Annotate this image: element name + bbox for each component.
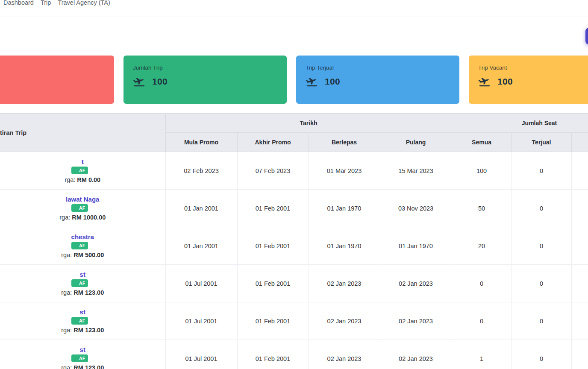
column-group-jumlah-seat: Jumlah Seat xyxy=(452,114,588,133)
stat-card: Trip Terjual 100 xyxy=(296,56,459,104)
cell-seat-semua: 50 xyxy=(452,190,512,227)
trip-details-cell: st AF rga: RM 123.00 xyxy=(0,340,165,369)
trip-name-link[interactable]: chestra xyxy=(71,233,94,240)
trip-details-cell: st AF rga: RM 123.00 xyxy=(0,302,165,340)
cell-pulang: 02 Jan 2023 xyxy=(380,265,452,302)
stat-card-label: Trip Terjual xyxy=(306,64,450,71)
price-label: rga: xyxy=(59,214,70,221)
cell-seat-terjual: 0 xyxy=(512,152,571,190)
trip-name-link[interactable]: lawat Naga xyxy=(66,196,99,203)
table-row: st AF rga: RM 123.00 01 Jul 2001 01 Feb … xyxy=(0,302,588,340)
cell-seat-semua: 0 xyxy=(452,265,512,302)
price-value: RM 123.00 xyxy=(74,327,104,334)
trip-name-link[interactable]: st xyxy=(80,346,85,353)
cell-akhir-promo: 07 Feb 2023 xyxy=(237,152,309,190)
cell-berlepas: 02 Jan 2023 xyxy=(309,302,380,340)
cell-pulang: 03 Nov 2023 xyxy=(380,190,452,227)
plane-departure-icon xyxy=(306,76,318,87)
trips-table: tiran Trip Tarikh Jumlah Seat Mula Promo… xyxy=(0,113,588,369)
status-badge: AF xyxy=(71,242,88,249)
stat-card-value: 100 xyxy=(325,76,340,87)
cell-seat-terjual: 0 xyxy=(512,190,571,227)
trip-price: rga: RM 123.00 xyxy=(0,289,165,296)
cell-seat-extra xyxy=(571,302,588,340)
column-header-berlepas: Berlepas xyxy=(309,133,380,152)
cell-mula-promo: 01 Jul 2001 xyxy=(165,340,237,369)
stat-card: Jumlah Trip 100 xyxy=(123,56,287,104)
stat-card: Trip Vacant 100 xyxy=(469,56,588,104)
price-label: rga: xyxy=(61,327,72,334)
cell-seat-extra xyxy=(571,340,588,369)
trip-price: rga: RM 123.00 xyxy=(0,327,165,334)
price-label: rga: xyxy=(65,176,75,183)
trip-details-cell: st AF rga: RM 123.00 xyxy=(0,265,165,302)
cell-seat-semua: 100 xyxy=(452,152,512,190)
breadcrumb-item-trip[interactable]: Trip xyxy=(41,0,51,6)
breadcrumb-item-dashboard[interactable]: Dashboard xyxy=(3,0,34,6)
trip-details-cell: lawat Naga AF rga: RM 1000.00 xyxy=(0,190,165,227)
badge-line: AF xyxy=(0,279,165,287)
price-value: RM 123.00 xyxy=(74,364,104,369)
trip-price: rga: RM 500.00 xyxy=(0,252,165,258)
cell-seat-semua: 20 xyxy=(452,227,512,265)
badge-line: AF xyxy=(0,167,165,174)
trip-name-link[interactable]: st xyxy=(80,308,85,316)
cell-akhir-promo: 01 Feb 2001 xyxy=(237,265,309,302)
cell-mula-promo: 01 Jan 2001 xyxy=(165,227,237,265)
breadcrumb: Dashboard Trip Travel Agency (TA) xyxy=(3,0,110,6)
column-header-akhir-promo: Akhir Promo xyxy=(237,133,309,152)
plane-departure-icon xyxy=(478,76,491,87)
price-value: RM 0.00 xyxy=(77,176,100,183)
column-header-semua: Semua xyxy=(452,133,512,152)
cell-pulang: 01 Jan 1970 xyxy=(380,227,452,265)
cell-seat-extra xyxy=(571,190,588,227)
table-row: lawat Naga AF rga: RM 1000.00 01 Jan 200… xyxy=(0,190,588,227)
column-header-seat-extra xyxy=(571,133,588,152)
status-badge: AF xyxy=(71,204,88,212)
cell-seat-terjual: 0 xyxy=(512,302,571,340)
cell-seat-semua: 0 xyxy=(452,302,512,340)
breadcrumb-item-travel-agency[interactable]: Travel Agency (TA) xyxy=(58,0,110,6)
trips-table-body: t AF rga: RM 0.00 02 Feb 2023 07 Feb 202… xyxy=(0,152,588,369)
column-header-trip-details: tiran Trip xyxy=(0,114,165,152)
column-header-terjual: Terjual xyxy=(512,133,571,152)
table-row: t AF rga: RM 0.00 02 Feb 2023 07 Feb 202… xyxy=(0,152,588,190)
price-label: rga: xyxy=(61,252,72,258)
cell-seat-extra xyxy=(571,227,588,265)
stat-card-value-row: 100 xyxy=(133,76,277,87)
badge-line: AF xyxy=(0,242,165,249)
top-navigation-bar: Dashboard Trip Travel Agency (TA) xyxy=(0,0,588,17)
cell-seat-terjual: 0 xyxy=(512,227,571,265)
stat-card-value-row: 100 xyxy=(306,76,450,87)
cell-mula-promo: 01 Jul 2001 xyxy=(165,265,237,302)
table-row: chestra AF rga: RM 500.00 01 Jan 2001 01… xyxy=(0,227,588,265)
badge-line: AF xyxy=(0,204,165,212)
cell-berlepas: 01 Jan 1970 xyxy=(309,190,380,227)
cell-seat-semua: 1 xyxy=(452,340,512,369)
column-header-mula-promo: Mula Promo xyxy=(165,133,237,152)
price-value: RM 500.00 xyxy=(74,252,104,258)
cell-seat-terjual: 0 xyxy=(512,265,571,302)
trip-name-link[interactable]: t xyxy=(82,158,84,165)
cell-berlepas: 02 Jan 2023 xyxy=(309,265,380,302)
trip-price: rga: RM 0.00 xyxy=(0,176,165,183)
stat-card-label: Jumlah Trip xyxy=(133,64,277,71)
cell-seat-extra xyxy=(571,265,588,302)
cell-mula-promo: 02 Feb 2023 xyxy=(165,152,237,190)
cell-mula-promo: 01 Jan 2001 xyxy=(165,190,237,227)
stat-card-value: 100 xyxy=(152,76,168,87)
price-label: rga: xyxy=(61,289,72,296)
cell-seat-extra xyxy=(571,152,588,190)
cell-akhir-promo: 01 Feb 2001 xyxy=(237,340,309,369)
cell-mula-promo: 01 Jul 2001 xyxy=(165,302,237,340)
status-badge: AF xyxy=(71,279,88,287)
add-button[interactable] xyxy=(585,28,588,44)
cell-pulang: 02 Jan 2023 xyxy=(380,340,452,369)
trip-price: rga: RM 1000.00 xyxy=(0,214,165,221)
trip-name-link[interactable]: st xyxy=(80,271,85,278)
trip-price: rga: RM 123.00 xyxy=(0,364,165,369)
cell-pulang: 02 Jan 2023 xyxy=(380,302,452,340)
cell-berlepas: 01 Mar 2023 xyxy=(309,152,380,190)
cell-akhir-promo: 01 Feb 2001 xyxy=(237,227,309,265)
badge-line: AF xyxy=(0,317,165,325)
